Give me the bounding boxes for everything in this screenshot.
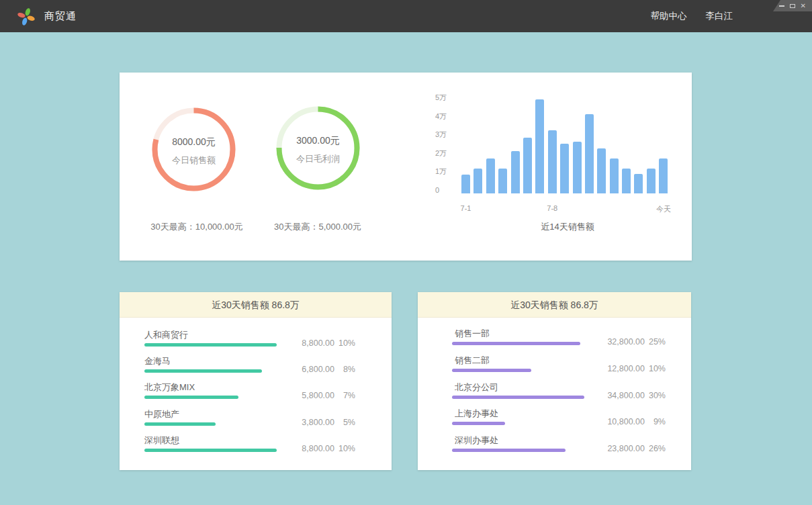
rank-item-amount: 3,800.00 xyxy=(282,418,334,427)
rank-row: 深圳办事处23,800.0026% xyxy=(452,430,666,457)
bar-chart-yticks: 5万4万3万2万1万0 xyxy=(435,97,455,198)
rank-row: 中原地产3,800.005% xyxy=(144,404,355,430)
bar xyxy=(535,99,544,193)
bar xyxy=(597,148,606,193)
rank-row: 北京分公司34,800.0030% xyxy=(452,377,666,404)
today-profit-label: 今日毛利润 xyxy=(275,153,361,165)
y-axis-tick: 3万 xyxy=(435,130,447,140)
rank-item-percent: 10% xyxy=(334,338,355,348)
rank-item-amount: 8,800.00 xyxy=(282,444,334,453)
rank-item-percent: 25% xyxy=(645,337,666,347)
y-axis-tick: 4万 xyxy=(435,111,447,121)
rank-row: 人和商贸行8,800.0010% xyxy=(144,324,355,351)
rank-item-amount: 34,800.00 xyxy=(592,391,645,400)
rank-item-value: 23,800.0026% xyxy=(592,444,666,453)
close-icon[interactable]: ✕ xyxy=(801,3,806,9)
rank-item-bar xyxy=(452,369,531,372)
title-bar: 商贸通 帮助中心 李白江 ✕ xyxy=(0,0,812,32)
rank-item-percent: 7% xyxy=(334,391,355,400)
rank-item-value: 8,800.0010% xyxy=(282,444,355,453)
department-rank-card: 近30天销售额 86.8万 销售一部32,800.0025%销售二部12,800… xyxy=(418,292,691,470)
rank-item-percent: 9% xyxy=(645,417,666,426)
customer-rank-title: 近30天销售额 86.8万 xyxy=(120,292,392,318)
rank-item-name: 人和商贸行 xyxy=(144,324,355,340)
rank-item-name: 中原地产 xyxy=(144,404,355,419)
rank-item-amount: 10,800.00 xyxy=(592,417,645,426)
bar xyxy=(523,138,532,193)
rank-item-bar xyxy=(452,422,505,425)
rank-item-percent: 30% xyxy=(645,391,666,400)
bar xyxy=(461,175,470,193)
rank-item-bar xyxy=(452,396,584,399)
bar-chart-title: 近14天销售额 xyxy=(500,221,635,233)
rank-item-bar xyxy=(144,396,238,399)
bar xyxy=(548,130,557,193)
y-axis-tick: 5万 xyxy=(435,93,447,103)
bar-chart-bars xyxy=(461,93,668,193)
donut-ring xyxy=(275,105,361,191)
today-sales-label: 今日销售额 xyxy=(151,154,236,167)
rank-item-value: 12,800.0010% xyxy=(592,364,666,373)
today-profit-footnote: 30天最高：5,000.00元 xyxy=(244,221,392,233)
rank-item-value: 34,800.0030% xyxy=(592,391,666,400)
rank-item-percent: 10% xyxy=(645,364,666,373)
bar xyxy=(659,158,668,193)
rank-item-name: 金海马 xyxy=(144,351,355,366)
rank-item-value: 3,800.005% xyxy=(282,418,355,427)
rank-item-name: 深圳联想 xyxy=(144,430,355,445)
bar xyxy=(622,169,631,193)
rank-row: 北京万象MIX5,800.007% xyxy=(144,377,355,403)
rank-item-percent: 10% xyxy=(334,444,355,453)
bar xyxy=(585,114,594,193)
rank-item-percent: 8% xyxy=(334,365,355,374)
today-sales-donut: 8000.00元 今日销售额 xyxy=(151,107,236,192)
rank-row: 销售一部32,800.0025% xyxy=(452,323,666,350)
rank-row: 上海办事处10,800.009% xyxy=(452,403,666,430)
bar xyxy=(486,158,495,193)
today-profit-donut: 3000.00元 今日毛利润 xyxy=(275,105,361,191)
rank-item-name: 北京万象MIX xyxy=(144,377,355,392)
rank-item-value: 5,800.007% xyxy=(282,391,355,400)
bar xyxy=(560,144,569,193)
minimize-icon[interactable] xyxy=(779,5,784,7)
rank-item-bar xyxy=(144,369,262,373)
rank-item-bar xyxy=(144,449,277,452)
overview-card: 8000.00元 今日销售额 30天最高：10,000.00元 3000.00元… xyxy=(120,73,692,261)
bar xyxy=(498,169,507,193)
y-axis-tick: 2万 xyxy=(435,148,447,158)
x-axis-tick: 今天 xyxy=(656,204,671,214)
bar xyxy=(634,174,643,193)
rank-item-bar xyxy=(144,422,216,426)
x-axis-tick: 7-8 xyxy=(547,204,557,212)
help-center-link[interactable]: 帮助中心 xyxy=(651,10,687,22)
rank-item-value: 32,800.0025% xyxy=(592,337,666,347)
rank-item-name: 上海办事处 xyxy=(455,403,666,418)
rank-item-value: 10,800.009% xyxy=(592,417,666,426)
window-controls: ✕ xyxy=(773,0,812,11)
today-sales-value: 8000.00元 xyxy=(151,136,236,148)
titlebar-menu: 帮助中心 李白江 xyxy=(651,0,733,32)
app-logo-pinwheel-icon xyxy=(16,6,36,26)
y-axis-tick: 0 xyxy=(435,186,439,194)
rank-row: 深圳联想8,800.0010% xyxy=(144,430,355,456)
rank-item-value: 6,800.008% xyxy=(282,365,355,374)
rank-row: 销售二部12,800.0010% xyxy=(452,350,666,377)
rank-item-amount: 8,800.00 xyxy=(282,338,334,348)
rank-item-amount: 12,800.00 xyxy=(592,364,645,373)
rank-item-name: 深圳办事处 xyxy=(455,430,666,445)
bar xyxy=(647,169,656,193)
rank-item-bar xyxy=(452,449,566,452)
rank-item-amount: 32,800.00 xyxy=(592,337,645,347)
maximize-icon[interactable] xyxy=(790,4,795,8)
department-rank-list: 销售一部32,800.0025%销售二部12,800.0010%北京分公司34,… xyxy=(452,323,666,457)
rank-row: 金海马6,800.008% xyxy=(144,351,355,377)
department-rank-title: 近30天销售额 86.8万 xyxy=(418,292,691,318)
rank-item-percent: 5% xyxy=(334,418,355,427)
today-profit-value: 3000.00元 xyxy=(275,135,361,147)
rank-item-value: 8,800.0010% xyxy=(282,338,355,348)
rank-item-percent: 26% xyxy=(645,444,666,453)
rank-item-bar xyxy=(452,342,580,345)
user-menu[interactable]: 李白江 xyxy=(706,10,733,22)
rank-item-name: 销售一部 xyxy=(455,323,666,338)
rank-item-name: 销售二部 xyxy=(455,350,666,365)
